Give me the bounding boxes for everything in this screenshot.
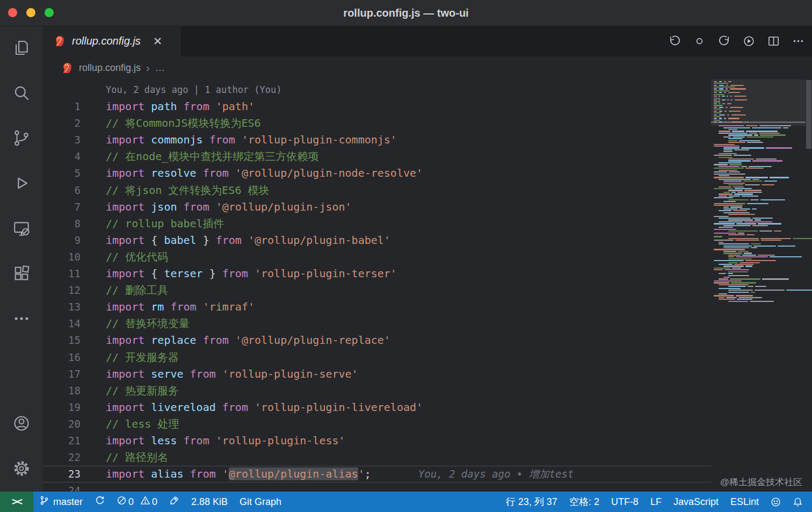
accounts-button[interactable] (0, 401, 43, 446)
remote-explorer-icon (12, 219, 31, 239)
vertical-scrollbar[interactable] (806, 80, 812, 492)
editor-group: rollup.config.js ✕ (43, 26, 812, 492)
line-number: 13 (43, 299, 81, 315)
indentation-status-item[interactable]: 空格: 2 (563, 492, 605, 512)
tab-close-icon[interactable]: ✕ (152, 35, 164, 47)
more-actions-icon[interactable] (792, 35, 804, 47)
window-title: rollup.config.js — two-ui (343, 7, 468, 19)
blame-header: You, 2 days ago | 1 author (You) (81, 82, 282, 98)
code-lines: You, 2 days ago | 1 author (You)1import … (43, 82, 711, 492)
close-window-button[interactable] (8, 8, 17, 17)
problems-status-item[interactable]: 0 0 (111, 492, 163, 512)
title-bar: rollup.config.js — two-ui (0, 0, 812, 26)
line-number: 17 (43, 366, 81, 383)
warnings-icon (140, 495, 150, 508)
sidebar-item-remote-explorer[interactable] (0, 206, 43, 251)
zoom-window-button[interactable] (45, 8, 54, 17)
tab-rollup-config[interactable]: rollup.config.js ✕ (43, 26, 182, 56)
code-line[interactable]: 7import json from '@rollup/plugin-json' (43, 199, 711, 215)
sidebar-item-extensions[interactable] (0, 251, 43, 297)
git-branch-icon (12, 129, 31, 149)
code-line[interactable]: 18// 热更新服务 (43, 383, 711, 399)
ellipsis-icon (12, 309, 31, 329)
line-number: 5 (43, 165, 81, 182)
line-number: 19 (43, 399, 81, 416)
code-line[interactable]: 1import path from 'path' (43, 98, 711, 115)
code-line[interactable]: 23import alias from '@rollup/plugin-alia… (43, 466, 711, 482)
sidebar-item-source-control[interactable] (0, 116, 43, 161)
minimize-window-button[interactable] (26, 8, 35, 17)
code-line[interactable]: 17import serve from 'rollup-plugin-serve… (43, 366, 711, 383)
remote-indicator[interactable]: >< (0, 492, 33, 512)
line-number: 12 (43, 282, 81, 299)
git-graph-status-item[interactable]: Git Graph (234, 492, 287, 512)
watermark: @稀土掘金技术社区 (720, 476, 802, 488)
code-line[interactable]: 22// 路径别名 (43, 449, 711, 466)
line-number: 1 (43, 98, 81, 115)
code-line[interactable]: 19import livereload from 'rollup-plugin-… (43, 399, 711, 416)
warnings-count: 0 (152, 496, 157, 508)
next-change-icon[interactable] (718, 35, 730, 47)
code-line[interactable]: 8// rollup babel插件 (43, 215, 711, 232)
settings-button[interactable] (0, 446, 43, 492)
sidebar-item-search[interactable] (0, 71, 43, 116)
breadcrumb-more[interactable]: … (155, 62, 165, 74)
code-line[interactable]: 14// 替换环境变量 (43, 315, 711, 332)
line-number: 9 (43, 232, 81, 249)
chevron-right-icon: › (146, 62, 150, 74)
code-line[interactable]: 21import less from 'rollup-plugin-less' (43, 432, 711, 449)
file-size-status-item[interactable]: 2.88 KiB (185, 492, 234, 512)
encoding-status-item[interactable]: UTF-8 (605, 492, 644, 512)
status-bar: >< master 0 (0, 492, 812, 512)
breadcrumb: rollup.config.js › … (43, 56, 812, 80)
code-line[interactable]: 13import rm from 'rimraf' (43, 299, 711, 315)
line-number: 8 (43, 215, 81, 232)
sidebar-item-more[interactable] (0, 297, 43, 342)
code-line[interactable]: 16// 开发服务器 (43, 349, 711, 366)
run-code-icon[interactable] (743, 35, 755, 47)
git-branch-icon (39, 495, 49, 508)
status-bar-right: 行 23, 列 37 空格: 2 UTF-8 LF JavaScript ESL… (500, 492, 812, 512)
eslint-status-item[interactable]: ESLint (724, 492, 765, 512)
vscode-window: rollup.config.js — two-ui (0, 0, 812, 512)
notifications-bell-icon[interactable] (787, 492, 809, 512)
scrollbar-thumb[interactable] (806, 80, 811, 149)
dot-circle-icon[interactable] (693, 35, 706, 47)
code-line[interactable]: 3import commonjs from 'rollup-plugin-com… (43, 132, 711, 148)
eol-status-item[interactable]: LF (644, 492, 668, 512)
line-number: 21 (43, 432, 81, 449)
files-icon (12, 39, 31, 59)
line-number: 3 (43, 132, 81, 148)
sidebar-item-run-debug[interactable] (0, 161, 43, 206)
line-number: 23 (43, 466, 81, 482)
code-line[interactable]: 15import replace from '@rollup/plugin-re… (43, 332, 711, 349)
split-editor-icon[interactable] (767, 35, 780, 47)
code-line[interactable]: 5import resolve from '@rollup/plugin-nod… (43, 165, 711, 182)
feedback-smiley-icon[interactable] (765, 492, 787, 512)
code-line[interactable]: 10// 优化代码 (43, 249, 711, 265)
minimap[interactable] (711, 80, 806, 492)
blame-header-row: You, 2 days ago | 1 author (You) (43, 82, 711, 98)
code-line[interactable]: 6// 将json 文件转换为ES6 模块 (43, 182, 711, 199)
cursor-position-status-item[interactable]: 行 23, 列 37 (500, 492, 563, 512)
code-editor[interactable]: You, 2 days ago | 1 author (You)1import … (43, 80, 812, 492)
editor-actions (669, 26, 804, 56)
branch-status-item[interactable]: master (33, 492, 89, 512)
code-line[interactable]: 11import { terser } from 'rollup-plugin-… (43, 265, 711, 282)
language-mode-status-item[interactable]: JavaScript (668, 492, 724, 512)
breadcrumb-file[interactable]: rollup.config.js (79, 62, 141, 74)
code-line[interactable]: 24 (43, 482, 711, 492)
search-icon (12, 84, 31, 104)
prev-change-icon[interactable] (669, 35, 681, 47)
rocket-status-item[interactable] (163, 492, 185, 512)
sidebar-item-explorer[interactable] (0, 26, 43, 71)
code-line[interactable]: 9import { babel } from '@rollup/plugin-b… (43, 232, 711, 249)
code-line[interactable]: 12// 删除工具 (43, 282, 711, 299)
line-number: 11 (43, 265, 81, 282)
code-line[interactable]: 4// 在node_模块中查找并绑定第三方依赖项 (43, 148, 711, 165)
code-line[interactable]: 20// less 处理 (43, 416, 711, 432)
run-debug-icon (12, 174, 31, 194)
code-line[interactable]: 2// 将CommonJS模块转换为ES6 (43, 115, 711, 132)
sync-status-item[interactable] (89, 492, 111, 512)
gear-icon (12, 459, 31, 479)
